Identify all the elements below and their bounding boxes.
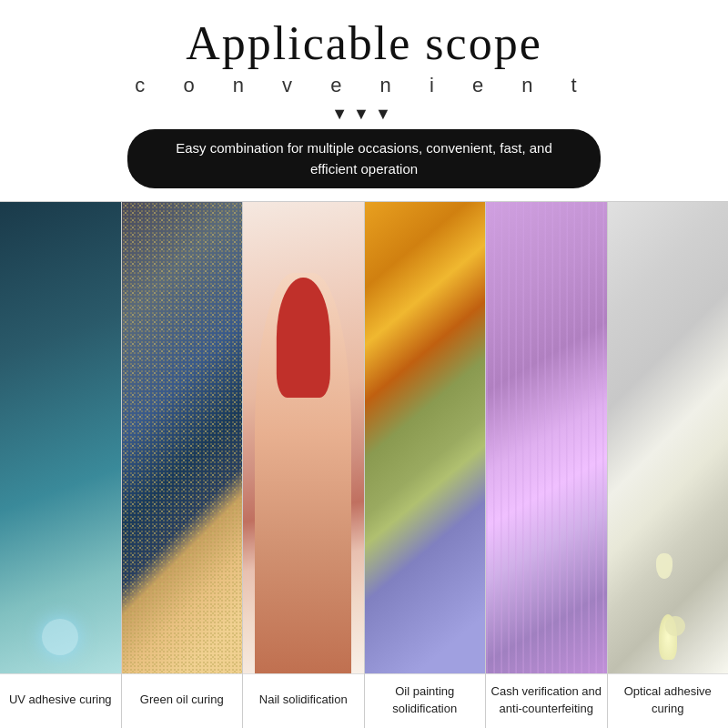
image-col-oil-painting: Oil painting solidification — [365, 202, 487, 728]
image-area-optical — [608, 202, 729, 673]
label-optical: Optical adhesive curing — [608, 673, 729, 728]
label-cash: Cash verification and anti-counterfeitin… — [486, 673, 607, 728]
label-oil-painting: Oil painting solidification — [365, 673, 486, 728]
image-area-oil-painting — [365, 202, 486, 673]
finger-shape — [255, 273, 351, 673]
image-area-nail — [243, 202, 364, 673]
image-col-cash: Cash verification and anti-counterfeitin… — [486, 202, 608, 728]
label-nail: Nail solidification — [243, 673, 364, 728]
image-area-green-oil — [122, 202, 243, 673]
image-col-nail: Nail solidification — [243, 202, 365, 728]
image-area-uv-adhesive — [0, 202, 121, 673]
page-container: Applicable scope c o n v e n i e n t ▼▼▼… — [0, 0, 728, 728]
description-pill: Easy combination for multiple occasions,… — [127, 129, 601, 188]
arrows: ▼▼▼ — [127, 105, 601, 124]
main-title: Applicable scope — [127, 16, 601, 70]
image-col-green-oil: Green oil curing — [122, 202, 244, 728]
images-row: UV adhesive curingGreen oil curingNail s… — [0, 201, 728, 728]
label-green-oil: Green oil curing — [122, 673, 243, 728]
subtitle: c o n v e n i e n t — [127, 74, 601, 97]
image-area-cash — [486, 202, 607, 673]
label-uv-adhesive: UV adhesive curing — [0, 673, 121, 728]
title-section: Applicable scope c o n v e n i e n t ▼▼▼… — [127, 0, 601, 201]
image-col-optical: Optical adhesive curing — [608, 202, 729, 728]
image-col-uv-adhesive: UV adhesive curing — [0, 202, 122, 728]
